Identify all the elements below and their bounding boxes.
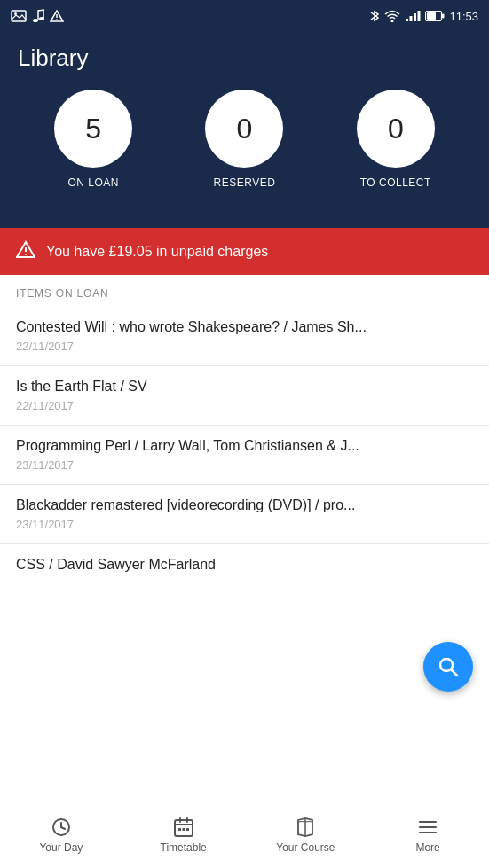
status-bar-right-icons: 11:53: [369, 9, 478, 23]
nav-item-more[interactable]: More: [367, 809, 489, 861]
to-collect-circle: 0: [357, 90, 435, 168]
svg-point-2: [33, 19, 38, 22]
reserved-label: RESERVED: [214, 176, 276, 189]
stat-to-collect[interactable]: 0 TO COLLECT: [357, 90, 435, 189]
nav-item-your-course[interactable]: Your Course: [245, 809, 367, 861]
stat-reserved[interactable]: 0 RESERVED: [205, 90, 283, 189]
to-collect-label: TO COLLECT: [360, 176, 431, 189]
svg-point-17: [25, 254, 27, 255]
search-icon: [438, 656, 459, 677]
calendar-icon: [173, 817, 194, 838]
content-area: ITEMS ON LOAN Contested Will : who wrote…: [0, 275, 489, 771]
svg-point-7: [391, 20, 394, 23]
stat-on-loan[interactable]: 5 ON LOAN: [54, 90, 132, 189]
svg-rect-28: [182, 828, 185, 831]
library-header: Library 5 ON LOAN 0 RESERVED 0 TO COLLEC…: [0, 32, 489, 228]
status-bar-left-icons: [11, 9, 64, 23]
on-loan-label: ON LOAN: [67, 176, 119, 189]
signal-status-icon: [405, 10, 421, 22]
reserved-circle: 0: [205, 90, 283, 168]
svg-line-19: [452, 670, 458, 676]
alert-triangle-icon: [16, 240, 35, 262]
bottom-nav: Your Day Timetable Your Course More: [0, 802, 489, 868]
nav-label-your-course: Your Course: [276, 841, 335, 854]
alert-message: You have £19.05 in unpaid charges: [46, 244, 268, 260]
nav-item-your-day[interactable]: Your Day: [0, 809, 122, 861]
list-item[interactable]: Is the Earth Flat / SV 22/11/2017: [0, 366, 489, 426]
image-icon: [11, 10, 27, 22]
svg-rect-11: [418, 11, 421, 21]
nav-item-timetable[interactable]: Timetable: [122, 809, 245, 861]
svg-rect-10: [414, 13, 416, 21]
on-loan-circle: 5: [54, 90, 132, 168]
search-fab[interactable]: [423, 642, 473, 692]
list-item[interactable]: Programming Perl / Larry Wall, Tom Chris…: [0, 426, 489, 485]
nav-label-your-day: Your Day: [39, 841, 83, 854]
warning-icon: [50, 10, 64, 22]
stats-row: 5 ON LOAN 0 RESERVED 0 TO COLLECT: [18, 90, 471, 210]
svg-rect-13: [442, 14, 445, 19]
svg-rect-9: [410, 16, 413, 21]
loan-item-date: 22/11/2017: [16, 340, 473, 353]
svg-rect-27: [178, 828, 181, 831]
book-icon: [295, 817, 316, 838]
time-display: 11:53: [449, 10, 478, 23]
loan-item-title: Is the Earth Flat / SV: [16, 379, 473, 395]
alert-banner[interactable]: You have £19.05 in unpaid charges: [0, 228, 489, 275]
clock-icon: [51, 817, 72, 838]
nav-label-timetable: Timetable: [161, 841, 207, 854]
loan-item-date: 23/11/2017: [16, 458, 473, 472]
wifi-status-icon: [384, 10, 400, 22]
menu-icon: [417, 817, 438, 838]
loan-item-title: Blackadder remastered [videorecording (D…: [16, 497, 473, 513]
svg-point-3: [39, 17, 44, 20]
status-bar: 11:53: [0, 0, 489, 32]
list-item[interactable]: Contested Will : who wrote Shakespeare? …: [0, 307, 489, 366]
nav-label-more: More: [415, 841, 439, 854]
svg-point-1: [14, 12, 17, 15]
svg-rect-8: [406, 19, 408, 21]
loan-item-title: Programming Perl / Larry Wall, Tom Chris…: [16, 438, 473, 454]
svg-rect-14: [427, 12, 436, 20]
items-on-loan-label: ITEMS ON LOAN: [0, 275, 489, 307]
list-item[interactable]: CSS / David Sawyer McFarland: [0, 544, 489, 590]
loan-item-date: 22/11/2017: [16, 399, 473, 412]
loan-item-title: CSS / David Sawyer McFarland: [16, 557, 473, 573]
battery-status-icon: [425, 11, 445, 21]
svg-rect-0: [12, 11, 26, 21]
list-item[interactable]: Blackadder remastered [videorecording (D…: [0, 485, 489, 544]
svg-rect-29: [186, 828, 189, 831]
svg-line-22: [61, 827, 65, 829]
loan-item-date: 23/11/2017: [16, 518, 473, 531]
svg-point-6: [56, 19, 58, 20]
music-icon: [32, 9, 44, 23]
bluetooth-status-icon: [369, 9, 380, 23]
loan-item-title: Contested Will : who wrote Shakespeare? …: [16, 319, 473, 335]
page-title: Library: [18, 44, 471, 72]
